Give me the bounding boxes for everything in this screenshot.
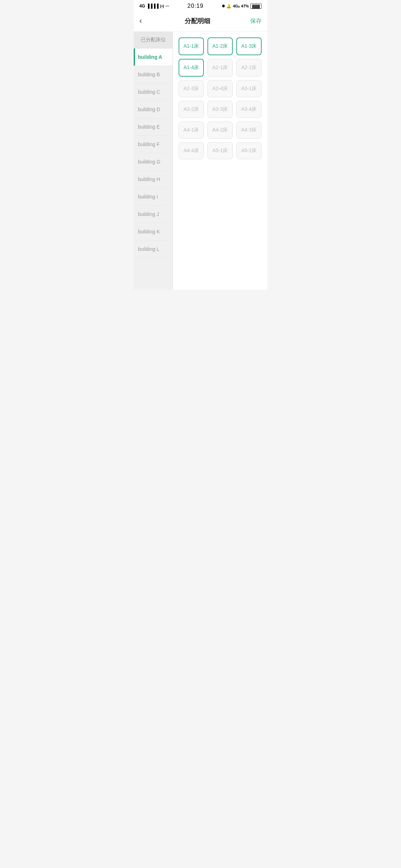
bluetooth-icon: ✱ xyxy=(222,4,225,9)
sidebar-item-buildingJ[interactable]: building J xyxy=(134,206,173,223)
bed-button-A2-4床[interactable]: A2-4床 xyxy=(207,80,233,97)
alarm-icon: 🔔 xyxy=(226,4,231,9)
bed-button-A3-2床[interactable]: A3-2床 xyxy=(179,101,204,118)
bed-button-A1-2床[interactable]: A1-2床 xyxy=(207,37,233,55)
bed-button-A1-4床[interactable]: A1-4床 xyxy=(179,59,204,77)
header: ‹ 分配明细 保存 xyxy=(134,11,267,32)
back-button[interactable]: ‹ xyxy=(139,15,145,27)
sidebar-item-buildingA[interactable]: building A xyxy=(134,48,173,66)
bed-button-A4-2床[interactable]: A4-2床 xyxy=(207,122,233,139)
bed-button-A1-1床[interactable]: A1-1床 xyxy=(179,37,204,55)
sidebar-item-buildingD[interactable]: building D xyxy=(134,101,173,118)
sidebar: 已分配床位 building Abuilding Bbuilding Cbuil… xyxy=(134,32,173,290)
bed-button-A4-1床[interactable]: A4-1床 xyxy=(179,122,204,139)
signal-bars-icon: ▐▐▐▐ xyxy=(146,4,159,9)
lte-icon: 4G₂ xyxy=(233,4,240,9)
bed-button-A3-1床[interactable]: A3-1床 xyxy=(236,80,262,97)
sidebar-item-buildingF[interactable]: building F xyxy=(134,136,173,153)
sidebar-item-buildingI[interactable]: building I xyxy=(134,188,173,206)
status-bar: 4G ▐▐▐▐ (•) ··· 20:19 ✱ 🔔 4G₂ 47% ▓▓▓ xyxy=(134,0,267,11)
sidebar-item-buildingB[interactable]: building B xyxy=(134,66,173,83)
sidebar-item-buildingL[interactable]: building L xyxy=(134,241,173,258)
bed-button-A3-3床[interactable]: A3-3床 xyxy=(207,101,233,118)
save-button[interactable]: 保存 xyxy=(250,17,262,25)
sidebar-item-buildingC[interactable]: building C xyxy=(134,83,173,101)
bed-button-A1-3床[interactable]: A1-3床 xyxy=(236,37,262,55)
bed-button-A3-4床[interactable]: A3-4床 xyxy=(236,101,262,118)
sidebar-item-buildingK[interactable]: building K xyxy=(134,223,173,241)
bed-button-A2-3床[interactable]: A2-3床 xyxy=(179,80,204,97)
status-left: 4G ▐▐▐▐ (•) ··· xyxy=(139,4,169,9)
status-time: 20:19 xyxy=(187,3,204,9)
signal-text: 4G xyxy=(139,4,145,9)
bed-button-A5-2床[interactable]: A5-2床 xyxy=(236,142,262,159)
bed-grid: A1-1床A1-2床A1-3床A1-4床A2-1床A2-2床A2-3床A2-4床… xyxy=(179,37,262,159)
bed-button-A5-1床[interactable]: A5-1床 xyxy=(207,142,233,159)
wifi-icon: (•) xyxy=(160,4,164,8)
bed-button-A2-1床[interactable]: A2-1床 xyxy=(207,59,233,77)
sidebar-items-container: building Abuilding Bbuilding Cbuilding D… xyxy=(134,48,173,258)
ellipsis: ··· xyxy=(165,4,169,9)
page-title: 分配明细 xyxy=(145,17,250,25)
sidebar-header: 已分配床位 xyxy=(134,32,173,48)
main-layout: 已分配床位 building Abuilding Bbuilding Cbuil… xyxy=(134,32,267,290)
content-area: A1-1床A1-2床A1-3床A1-4床A2-1床A2-2床A2-3床A2-4床… xyxy=(173,32,267,290)
bed-button-A2-2床[interactable]: A2-2床 xyxy=(236,59,262,77)
bed-button-A4-4床[interactable]: A4-4床 xyxy=(179,142,204,159)
sidebar-item-buildingG[interactable]: building G xyxy=(134,153,173,171)
sidebar-item-buildingE[interactable]: building E xyxy=(134,118,173,136)
status-right: ✱ 🔔 4G₂ 47% ▓▓▓ xyxy=(222,4,262,9)
sidebar-item-buildingH[interactable]: building H xyxy=(134,171,173,188)
bed-button-A4-3床[interactable]: A4-3床 xyxy=(236,122,262,139)
battery-percent: 47% xyxy=(241,4,249,8)
battery-icon: ▓▓▓ xyxy=(250,4,262,9)
